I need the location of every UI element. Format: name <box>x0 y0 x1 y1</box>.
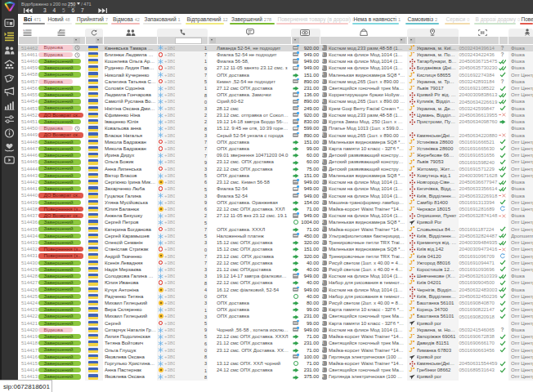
svg-text:ID: ID <box>23 29 26 32</box>
